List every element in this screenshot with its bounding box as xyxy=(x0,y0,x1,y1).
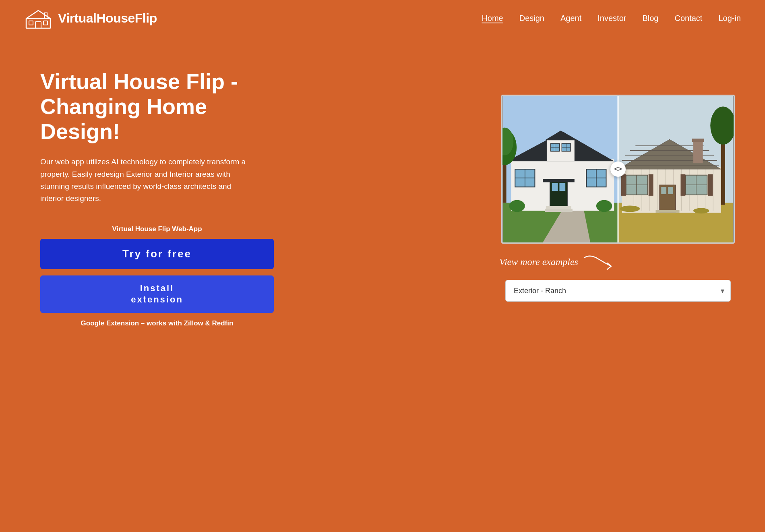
nav-contact[interactable]: Contact xyxy=(674,14,702,23)
main-nav: Home Design Agent Investor Blog Contact … xyxy=(482,14,741,23)
svg-point-33 xyxy=(596,200,612,212)
svg-point-76 xyxy=(620,206,640,212)
nav-design[interactable]: Design xyxy=(519,14,544,23)
svg-rect-71 xyxy=(661,187,666,194)
nav-investor[interactable]: Investor xyxy=(598,14,626,23)
svg-point-32 xyxy=(509,200,525,212)
logo-area[interactable]: VirtualHouseFlip xyxy=(24,7,157,29)
svg-rect-63 xyxy=(621,174,626,196)
hero-right-content: <> View more examples Exterior - Ranch E… xyxy=(495,95,741,302)
svg-rect-69 xyxy=(708,174,713,196)
svg-rect-2 xyxy=(29,21,33,25)
cta-label: Virtual House Flip Web-App xyxy=(40,225,274,233)
curved-arrow-icon xyxy=(582,252,614,272)
svg-rect-58 xyxy=(693,139,703,163)
nav-blog[interactable]: Blog xyxy=(642,14,658,23)
hero-left-content: Virtual House Flip - Changing Home Desig… xyxy=(40,69,274,327)
view-more-area: View more examples xyxy=(499,252,614,272)
site-header: VirtualHouseFlip Home Design Agent Inves… xyxy=(0,0,765,37)
view-more-label: View more examples xyxy=(499,257,578,267)
svg-rect-3 xyxy=(43,21,48,25)
try-for-free-button[interactable]: Try for free xyxy=(40,239,274,269)
nav-login[interactable]: Log-in xyxy=(718,14,741,23)
slider-handle[interactable]: <> xyxy=(610,161,626,177)
svg-point-77 xyxy=(693,208,709,213)
svg-rect-73 xyxy=(655,210,679,213)
svg-rect-68 xyxy=(680,174,685,196)
svg-rect-59 xyxy=(692,139,704,142)
svg-rect-28 xyxy=(559,183,565,191)
nav-home[interactable]: Home xyxy=(482,14,503,23)
svg-rect-72 xyxy=(668,187,673,194)
svg-rect-29 xyxy=(545,209,573,212)
svg-rect-4 xyxy=(35,22,41,28)
install-line2: extension xyxy=(131,294,183,304)
before-after-slider[interactable]: <> xyxy=(501,95,735,244)
svg-rect-27 xyxy=(552,183,558,191)
install-line1: Install xyxy=(140,283,174,293)
svg-rect-0 xyxy=(26,19,50,28)
install-extension-button[interactable]: Install extension xyxy=(40,275,274,313)
slider-arrows-icon: <> xyxy=(614,166,622,173)
svg-rect-30 xyxy=(546,206,571,209)
style-dropdown-wrapper: Exterior - Ranch Exterior - Modern Exter… xyxy=(505,280,731,302)
google-extension-note: Google Extension – works with Zillow & R… xyxy=(40,319,274,327)
style-dropdown[interactable]: Exterior - Ranch Exterior - Modern Exter… xyxy=(505,280,731,302)
hero-description: Our web app utilizes AI technology to co… xyxy=(40,156,250,205)
site-title: VirtualHouseFlip xyxy=(58,11,157,26)
hero-section: Virtual House Flip - Changing Home Desig… xyxy=(0,37,765,360)
svg-rect-64 xyxy=(649,174,653,196)
logo-icon xyxy=(24,7,52,29)
hero-title: Virtual House Flip - Changing Home Desig… xyxy=(40,69,274,144)
svg-rect-31 xyxy=(543,179,575,182)
nav-agent[interactable]: Agent xyxy=(560,14,581,23)
